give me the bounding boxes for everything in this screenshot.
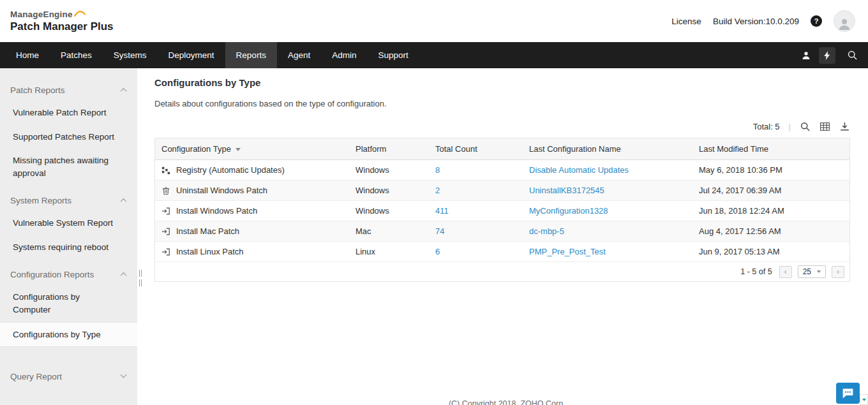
nav-item-reports[interactable]: Reports (225, 42, 277, 68)
copyright-text: (C) Copyright 2018, ZOHO Corp (144, 399, 868, 405)
help-icon[interactable]: ? (811, 15, 822, 27)
section-header-system-reports[interactable]: System Reports (0, 190, 137, 211)
chevron-up-icon (121, 198, 127, 205)
column-header-configuration-type[interactable]: Configuration Type (155, 138, 350, 160)
page-title: Configurations by Type (154, 77, 850, 88)
nav-item-patches[interactable]: Patches (50, 42, 103, 68)
table-row: Install Mac Patch Mac 74 dc-mbp-5 Aug 4,… (155, 221, 849, 242)
section-system-reports: System Reports Vulnerable System Report … (0, 185, 137, 259)
app-logo[interactable]: ManageEngine Patch Manager Plus (10, 10, 114, 33)
total-count-link[interactable]: 8 (435, 165, 440, 175)
nav-item-systems[interactable]: Systems (103, 42, 158, 68)
table-header-row: Configuration Type Platform Total Count … (155, 138, 849, 160)
install-patch-icon (161, 247, 170, 256)
section-header-query-report[interactable]: Query Report (0, 366, 137, 387)
sidebar-splitter[interactable] (137, 68, 144, 405)
sidebar-item-configurations-by-computer[interactable]: Configurations by Computer (0, 285, 137, 321)
sidebar-item-configurations-by-type[interactable]: Configurations by Type (0, 322, 137, 348)
last-configuration-link[interactable]: MyConfiguration1328 (529, 206, 608, 216)
column-header-last-modified-time[interactable]: Last Modified Time (694, 138, 849, 160)
last-configuration-link[interactable]: Disable Automatic Updates (529, 165, 629, 175)
platform-cell: Linux (350, 242, 430, 262)
platform-cell: Windows (350, 160, 430, 180)
chevron-up-icon (121, 272, 127, 279)
column-header-last-configuration-name[interactable]: Last Configuration Name (524, 138, 694, 160)
table-row: Install Windows Patch Windows 411 MyConf… (155, 201, 849, 221)
section-title: Configuration Reports (10, 270, 94, 279)
column-header-total-count[interactable]: Total Count (430, 138, 524, 160)
export-icon[interactable] (839, 121, 850, 132)
last-configuration-link[interactable]: PMP_Pre_Post_Test (529, 247, 606, 256)
chat-widget-button[interactable] (836, 383, 860, 404)
nav-item-admin[interactable]: Admin (321, 42, 367, 68)
registry-icon (161, 166, 170, 175)
table-view-icon[interactable] (819, 121, 830, 132)
product-name: Patch Manager Plus (10, 20, 114, 33)
sidebar-item-vulnerable-system-report[interactable]: Vulnerable System Report (0, 211, 137, 235)
global-search-icon[interactable] (844, 47, 860, 64)
pagination-bar: 1 - 5 of 5 ‹ 25 › (155, 262, 849, 281)
nav-item-deployment[interactable]: Deployment (158, 42, 225, 68)
logo-swoosh-icon (74, 11, 86, 17)
platform-cell: Windows (350, 180, 430, 201)
caret-down-icon (862, 399, 866, 401)
install-patch-icon (161, 207, 170, 216)
chevron-up-icon (121, 88, 127, 94)
table-toolbar: Total: 5 | (154, 121, 850, 132)
section-header-patch-reports[interactable]: Patch Reports (0, 80, 137, 101)
next-page-button[interactable]: › (832, 266, 844, 278)
last-modified-cell: Jun 9, 2017 05:13 AM (694, 242, 849, 262)
total-count-link[interactable]: 411 (435, 206, 449, 216)
configuration-type-label: Install Mac Patch (176, 226, 239, 236)
total-count-link[interactable]: 6 (435, 247, 440, 256)
nav-item-agent[interactable]: Agent (277, 42, 321, 68)
sort-desc-icon (236, 148, 241, 151)
last-configuration-link[interactable]: UninstallKB3172545 (529, 186, 604, 195)
license-link[interactable]: License (671, 17, 701, 26)
configurations-table: Configuration Type Platform Total Count … (154, 138, 850, 282)
avatar[interactable] (834, 10, 855, 32)
toolbar-separator: | (789, 122, 791, 131)
splitter-grip-icon (139, 270, 142, 277)
section-query-report: Query Report (0, 361, 137, 387)
sidebar-item-missing-patches-awaiting-approval[interactable]: Missing patches awaiting approval (0, 149, 137, 185)
section-configuration-reports: Configuration Reports Configurations by … (0, 259, 137, 347)
total-count-link[interactable]: 2 (435, 186, 440, 195)
total-count-label: Total: 5 (753, 122, 780, 131)
column-header-platform[interactable]: Platform (350, 138, 430, 160)
configuration-type-label: Install Linux Patch (176, 247, 244, 256)
build-version-label: Build Version:10.0.209 (713, 17, 799, 26)
page-size-value: 25 (803, 267, 811, 276)
scroll-down-arrow[interactable] (860, 394, 868, 405)
sidebar-item-vulnerable-patch-report[interactable]: Vulnerable Patch Report (0, 101, 137, 125)
page-subtitle: Details about configurations based on th… (154, 99, 850, 108)
total-count-link[interactable]: 74 (435, 226, 444, 236)
section-title: System Reports (10, 196, 71, 205)
page-size-select[interactable]: 25 (798, 265, 826, 278)
table-row: Registry (Automatic Updates) Windows 8 D… (155, 160, 849, 180)
pagination-range-label: 1 - 5 of 5 (740, 267, 772, 276)
last-configuration-link[interactable]: dc-mbp-5 (529, 226, 564, 236)
search-icon[interactable] (800, 121, 811, 132)
chat-bubble-icon (841, 387, 855, 400)
section-title: Patch Reports (10, 85, 65, 95)
topbar-actions: License Build Version:10.0.209 ? (671, 10, 855, 32)
sidebar-item-supported-patches-report[interactable]: Supported Patches Report (0, 125, 137, 149)
nav-item-support[interactable]: Support (367, 42, 419, 68)
user-notification-icon[interactable] (798, 47, 814, 64)
last-modified-cell: Jul 24, 2017 06:39 AM (694, 180, 849, 201)
prev-page-button[interactable]: ‹ (779, 266, 792, 278)
brand-name: ManageEngine (10, 10, 73, 19)
chevron-down-icon (121, 372, 127, 378)
nav-item-home[interactable]: Home (5, 42, 50, 68)
uninstall-patch-icon (161, 186, 170, 195)
quick-actions-bolt-icon[interactable] (819, 47, 835, 64)
nav-right-icons (798, 42, 868, 68)
splitter-grip-icon (139, 279, 142, 286)
chevron-down-icon (817, 270, 821, 273)
section-header-configuration-reports[interactable]: Configuration Reports (0, 264, 137, 285)
platform-cell: Mac (350, 221, 430, 242)
content-area: Patch Reports Vulnerable Patch Report Su… (0, 68, 868, 405)
sidebar-item-systems-requiring-reboot[interactable]: Systems requiring reboot (0, 235, 137, 260)
platform-cell: Windows (350, 201, 430, 221)
